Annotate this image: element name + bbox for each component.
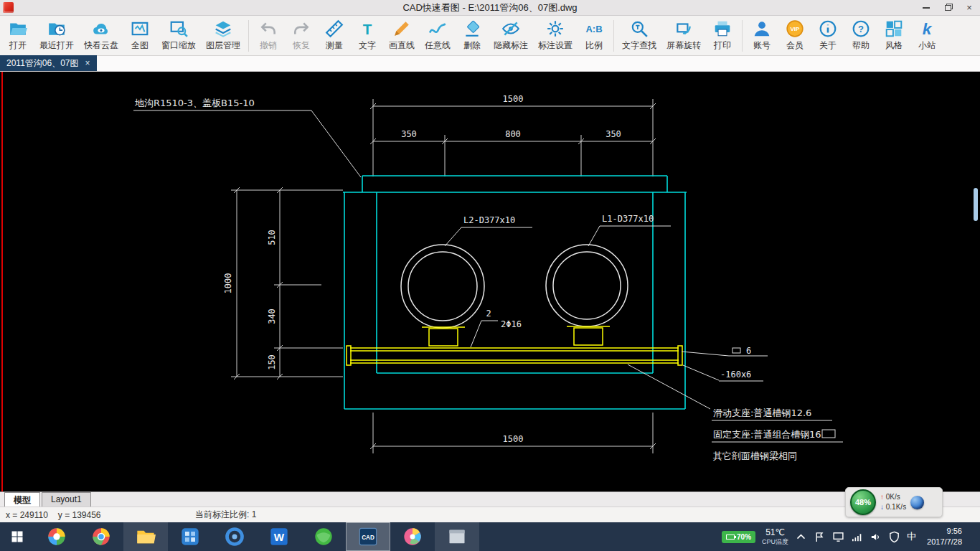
toolbar-button-label: 删除 bbox=[463, 39, 481, 52]
top-callout: 地沟R1510-3、盖板B15-10 bbox=[133, 98, 361, 177]
taskbar-app-browser-360[interactable] bbox=[34, 522, 79, 551]
toolbar-button-label: 账号 bbox=[753, 39, 771, 52]
taskbar-app-chrome[interactable] bbox=[79, 522, 123, 551]
toolbar-button-print[interactable]: 打印 bbox=[706, 17, 739, 55]
left-dimensions: 1000 510 340 150 bbox=[223, 187, 343, 380]
toolbar-button-hide-annotations[interactable]: 隐藏标注 bbox=[489, 17, 533, 55]
toolbar-button-full-view[interactable]: 全图 bbox=[123, 17, 156, 55]
taskbar-app-wps[interactable]: W bbox=[257, 522, 301, 551]
tab-model[interactable]: 模型 bbox=[4, 492, 40, 507]
toolbar-button-screen-rotate[interactable]: 屏幕旋转 bbox=[661, 17, 706, 55]
toolbar: 打开最近打开快看云盘全图窗口缩放图层管理撤销恢复测量T文字画直线任意线删除隐藏标… bbox=[0, 16, 980, 56]
taskbar: WCAD 70% 51℃ CPU温度 中 9:56 2017/7/28 bbox=[0, 522, 980, 551]
battery-indicator[interactable]: 70% bbox=[722, 531, 755, 543]
toolbar-button-delete[interactable]: 删除 bbox=[456, 17, 489, 55]
file-explorer-icon bbox=[136, 527, 156, 547]
dim-left-total: 1000 bbox=[223, 273, 233, 294]
redo-icon bbox=[292, 19, 311, 38]
memory-ball[interactable]: 48% bbox=[850, 489, 876, 515]
toolbar-button-account[interactable]: 账号 bbox=[745, 17, 778, 55]
toolbar-button-undo[interactable]: 撤销 bbox=[252, 17, 285, 55]
tab-close-icon[interactable]: × bbox=[85, 58, 90, 68]
toolbar-button-redo[interactable]: 恢复 bbox=[285, 17, 318, 55]
toolbar-button-label: 任意线 bbox=[425, 39, 451, 52]
taskbar-app-360-safety[interactable] bbox=[301, 522, 346, 551]
cpu-temperature[interactable]: 51℃ CPU温度 bbox=[762, 528, 788, 545]
tray-volume-icon[interactable] bbox=[870, 531, 882, 543]
mini-site-icon: k bbox=[918, 19, 936, 38]
clock[interactable]: 9:56 2017/7/28 bbox=[923, 526, 966, 547]
toolbar-button-label: 全图 bbox=[131, 39, 149, 52]
taskbar-app-app-blue-grid[interactable] bbox=[168, 522, 212, 551]
restore-button[interactable] bbox=[937, 0, 958, 15]
tray-security-icon[interactable] bbox=[888, 531, 900, 543]
toolbar-button-style[interactable]: 风格 bbox=[877, 17, 910, 55]
annotation-scale-label: 当前标注比例: 1 bbox=[195, 509, 256, 521]
image-editor-icon bbox=[402, 527, 423, 547]
toolbar-button-recent-open[interactable]: 最近打开 bbox=[34, 17, 79, 55]
toolbar-button-about[interactable]: 关于 bbox=[811, 17, 844, 55]
tray-flag-icon[interactable] bbox=[814, 531, 826, 543]
system-tray: 70% 51℃ CPU温度 中 9:56 2017/7/28 bbox=[722, 522, 980, 551]
battery-icon bbox=[726, 534, 735, 540]
svg-text:k: k bbox=[923, 19, 933, 38]
tray-network-icon[interactable] bbox=[851, 531, 863, 543]
toolbar-button-open[interactable]: 打开 bbox=[1, 17, 34, 55]
toolbar-button-vip-member[interactable]: VIP会员 bbox=[778, 17, 811, 55]
plate-spec-text: -160x6 bbox=[720, 369, 751, 380]
taskbar-app-file-explorer[interactable] bbox=[123, 522, 168, 551]
toolbar-button-scale[interactable]: A:B比例 bbox=[578, 17, 611, 55]
toolbar-button-label: 小站 bbox=[918, 39, 936, 52]
toolbar-button-mini-site[interactable]: k小站 bbox=[910, 17, 943, 55]
dim-left-seg1: 510 bbox=[267, 230, 277, 245]
toolbar-button-label: 恢复 bbox=[293, 39, 310, 52]
measure-icon bbox=[325, 19, 344, 38]
start-button[interactable] bbox=[0, 522, 34, 551]
help-icon: ? bbox=[852, 19, 870, 38]
toolbar-button-free-line[interactable]: 任意线 bbox=[420, 17, 456, 55]
app-blue-grid-icon bbox=[180, 527, 200, 547]
ime-indicator[interactable]: 中 bbox=[907, 530, 916, 543]
dim-left-seg3: 150 bbox=[267, 354, 277, 370]
network-sphere-icon[interactable] bbox=[910, 496, 924, 509]
toolbar-button-annotation-settings[interactable]: 标注设置 bbox=[533, 17, 578, 55]
tray-display-icon[interactable] bbox=[832, 531, 844, 543]
recent-open-icon bbox=[47, 19, 66, 38]
toolbar-button-cloud-drive[interactable]: 快看云盘 bbox=[79, 17, 123, 55]
toolbar-button-measure[interactable]: 测量 bbox=[318, 17, 351, 55]
toolbar-button-text[interactable]: T文字 bbox=[351, 17, 384, 55]
toolbar-button-text-search[interactable]: 文字查找 bbox=[617, 17, 661, 55]
document-tab[interactable]: 2011管沟06、07图 × bbox=[0, 55, 97, 71]
cad-canvas[interactable]: 地沟R1510-3、盖板B15-10 1500 350 800 350 bbox=[0, 72, 980, 491]
toolbar-button-label: 屏幕旋转 bbox=[666, 39, 701, 52]
toolbar-button-label: 风格 bbox=[885, 39, 903, 52]
toolbar-button-help[interactable]: ?帮助 bbox=[844, 17, 877, 55]
windows-logo-icon bbox=[11, 530, 24, 543]
taskbar-app-cad-viewer[interactable]: CAD bbox=[346, 522, 390, 551]
toolbar-button-label: 帮助 bbox=[852, 39, 870, 52]
callout-text: 地沟R1510-3、盖板B15-10 bbox=[135, 98, 255, 108]
toolbar-button-label: 打开 bbox=[9, 39, 27, 52]
toolbar-button-label: 画直线 bbox=[389, 39, 415, 52]
toolbar-button-window-zoom[interactable]: 窗口缩放 bbox=[156, 17, 201, 55]
toolbar-button-label: 隐藏标注 bbox=[494, 39, 528, 52]
note-line2: 固定支座:普通组合槽钢 bbox=[713, 429, 809, 440]
taskbar-app-image-editor[interactable] bbox=[390, 522, 435, 551]
svg-text:W: W bbox=[274, 531, 285, 543]
tie-annotation: 2 2Φ16 bbox=[471, 309, 522, 347]
toolbar-button-draw-line[interactable]: 画直线 bbox=[384, 17, 420, 55]
taskbar-app-open-window[interactable] bbox=[435, 522, 479, 551]
toolbar-separator bbox=[248, 20, 249, 52]
minimize-button[interactable] bbox=[915, 0, 937, 15]
free-line-icon bbox=[428, 19, 447, 38]
toolbar-button-layer-manager[interactable]: 图层管理 bbox=[201, 17, 245, 55]
taskbar-app-app-blue-ring[interactable] bbox=[212, 522, 257, 551]
close-button[interactable]: × bbox=[958, 0, 980, 15]
delete-icon bbox=[463, 19, 481, 38]
tray-expand-icon[interactable] bbox=[795, 531, 807, 543]
tab-layout1[interactable]: Layout1 bbox=[42, 492, 91, 507]
toolbar-button-label: 打印 bbox=[714, 39, 731, 52]
weld-size-text: 6 bbox=[746, 346, 751, 356]
scale-icon: A:B bbox=[585, 19, 603, 38]
canvas-scrollbar[interactable] bbox=[974, 188, 978, 221]
